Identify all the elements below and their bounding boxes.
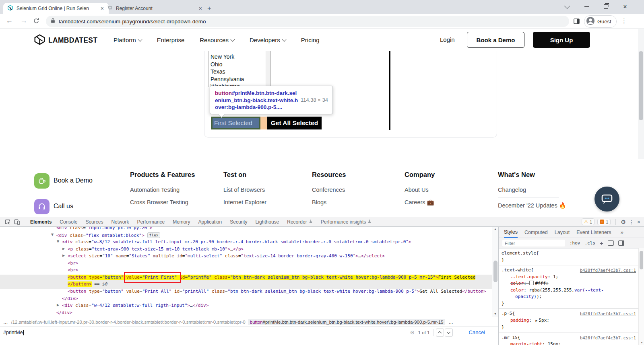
footer-link[interactable]: Blogs (312, 199, 405, 205)
stylesheet-link[interactable]: b420ffd7aef4c3b7.css:1 (580, 267, 636, 274)
dom-tree-row[interactable]: <br> (0, 261, 492, 268)
devtools-tab-performance-insights[interactable]: Performance insights (317, 217, 376, 226)
dom-tree-row[interactable]: ▼<div class="flex smtablet:block">flex (0, 232, 492, 240)
console-warnings-badge[interactable]: ⚠ 1 (582, 218, 594, 225)
browser-tab-active[interactable]: Selenium Grid Online | Run Selen × (3, 3, 109, 14)
dom-tree-row[interactable]: ▶<select size="10" name="States" multipl… (0, 253, 492, 261)
dom-tree-row[interactable]: <br> (0, 267, 492, 275)
devtools-tab-security[interactable]: Security (226, 217, 251, 226)
window-minimize-button[interactable] (578, 0, 595, 13)
style-rule[interactable]: .mr-15 {b420ffd7aef4c3b7.css:1margin-rig… (499, 333, 638, 345)
call-us-footer-icon[interactable] (34, 199, 50, 214)
style-rule[interactable]: element.style {} (499, 248, 638, 265)
book-demo-button[interactable]: Book a Demo (467, 32, 524, 48)
sidebar-tab-event-listeners[interactable]: Event Listeners (576, 227, 611, 238)
new-tab-button[interactable]: + (204, 4, 214, 13)
styles-filter-input[interactable]: Filter (502, 240, 565, 246)
signup-button[interactable]: Sign Up (533, 32, 590, 48)
toggle-hover-state[interactable]: :hov (570, 240, 580, 246)
devtools-settings-icon[interactable]: ⚙ (621, 219, 626, 225)
footer-link[interactable]: Changelog (498, 187, 603, 193)
footer-link[interactable]: Careers 💼 (405, 199, 498, 206)
computed-panel-icon[interactable] (608, 240, 614, 246)
sidebar-more-tabs-icon[interactable]: » (620, 229, 623, 235)
stylesheet-link[interactable]: b420ffd7aef4c3b7.css:1 (580, 310, 636, 317)
nav-item[interactable]: Enterprise (157, 37, 184, 43)
devtools-tab-application[interactable]: Application (194, 217, 226, 226)
nav-item[interactable]: Developers (250, 37, 286, 43)
forward-button[interactable]: → (20, 16, 27, 25)
layout-badge[interactable]: flex (147, 232, 161, 238)
get-all-selected-button[interactable]: Get All Selected (267, 117, 322, 129)
nav-item[interactable]: Pricing (301, 37, 320, 43)
state-multiselect[interactable]: New YorkOhioTexasPennsylvaniaWashington (208, 51, 271, 87)
footer-link[interactable]: List of Browsers (223, 187, 312, 193)
stylesheet-link[interactable]: b420ffd7aef4c3b7.css:1 (580, 335, 636, 341)
chat-widget-button[interactable] (594, 187, 619, 212)
inspect-element-icon[interactable] (2, 218, 12, 226)
elements-scrollbar[interactable]: ▲ ▼ (492, 227, 498, 317)
back-button[interactable]: ← (6, 16, 13, 25)
select-scrollbar[interactable] (266, 51, 270, 87)
side-panel-icon[interactable] (573, 18, 580, 26)
color-swatch[interactable] (529, 281, 534, 285)
devtools-tab-lighthouse[interactable]: Lighthouse (252, 217, 283, 226)
styles-scrollbar-thumb[interactable] (640, 251, 643, 269)
devtools-tab-memory[interactable]: Memory (169, 217, 194, 226)
devtools-tab-console[interactable]: Console (56, 217, 81, 226)
devtools-menu-icon[interactable]: ⋮ (629, 219, 634, 225)
search-cancel-button[interactable]: Cancel (469, 329, 485, 335)
dom-tree-row[interactable]: <button type="button" value="Print All" … (0, 289, 492, 296)
footer-link[interactable]: Automation Testing (130, 187, 223, 193)
dom-tree-row[interactable]: ▼<div class="w-8/12 smtablet:w-full left… (0, 239, 492, 246)
footer-link[interactable]: About Us (405, 187, 498, 193)
dom-tree-row[interactable]: </button> == $0 (0, 281, 492, 289)
nav-item[interactable]: Platform (114, 37, 142, 43)
select-option[interactable]: Texas (208, 68, 266, 76)
breadcrumb-overflow-end[interactable]: … (448, 320, 453, 324)
devtools-tab-elements[interactable]: Elements (26, 217, 56, 226)
breadcrumb-overflow[interactable]: … (3, 320, 8, 324)
window-restore-button[interactable] (597, 0, 614, 13)
select-option[interactable]: New York (208, 53, 266, 61)
devtools-tab-performance[interactable]: Performance (133, 217, 169, 226)
browser-tab-register[interactable]: Register Account × (103, 3, 207, 14)
devtools-close-icon[interactable]: × (637, 219, 640, 225)
tab-close-icon[interactable]: × (198, 6, 203, 11)
device-toolbar-icon[interactable] (12, 218, 22, 226)
breadcrumb-selected[interactable]: button#printMe.btn.btn-dark.selenium_btn… (248, 319, 446, 325)
dom-tree-row[interactable]: </div> (0, 296, 492, 303)
sidebar-tab-computed[interactable]: Computed (524, 227, 548, 238)
dom-tree-row[interactable]: <div class="input-body px-10 py-20"> (0, 227, 492, 232)
toggle-classes[interactable]: .cls (585, 240, 596, 246)
footer-link[interactable]: Internet Explorer (223, 199, 312, 205)
sidebar-tab-layout[interactable]: Layout (555, 227, 570, 238)
dom-tree-row[interactable]: </div> (0, 310, 492, 317)
footer-call-us-label[interactable]: Call us (54, 203, 73, 210)
refresh-button[interactable] (33, 18, 39, 26)
search-next-button[interactable] (445, 329, 453, 337)
nav-item[interactable]: Resources (200, 37, 234, 43)
browser-menu-icon[interactable]: ⋮ (621, 17, 627, 25)
issues-badge[interactable]: ! 1 (597, 219, 611, 225)
window-menu-chevron-icon[interactable] (559, 0, 576, 13)
devtools-tab-recorder[interactable]: Recorder (283, 217, 316, 226)
devtools-tab-network[interactable]: Network (107, 217, 133, 226)
first-selected-button[interactable]: First Selected (211, 117, 260, 129)
login-link[interactable]: Login (440, 36, 455, 43)
window-close-button[interactable]: × (617, 0, 634, 13)
dom-tree-row[interactable]: ▶<div class="w-4/12 smtablet:w-full rigt… (0, 303, 492, 310)
breadcrumb-parent[interactable]: /12.smtablet\:w-full.left-input.mr-20.pr… (11, 320, 246, 324)
devtools-tab-sources[interactable]: Sources (81, 217, 107, 226)
dom-search-bar[interactable]: #printMe ⊗ 1 of 1 Cancel (0, 327, 498, 338)
styles-scrollbar[interactable]: ▼ (638, 248, 644, 345)
footer-book-demo-label[interactable]: Book a Demo (54, 177, 93, 184)
book-demo-footer-icon[interactable] (34, 173, 50, 189)
dock-sidebar-icon[interactable] (618, 240, 624, 246)
select-option[interactable]: Ohio (208, 61, 266, 68)
dom-tree-row[interactable]: ▶<p class="text-gray-900 text-size-15 mt… (0, 246, 492, 254)
style-rule[interactable]: .text-white {b420ffd7aef4c3b7.css:1--tex… (499, 265, 638, 309)
style-rule[interactable]: .p-5 {b420ffd7aef4c3b7.css:1padding: ▶5p… (499, 309, 638, 333)
lambdatest-logo[interactable]: LAMBDATEST (34, 34, 97, 47)
search-prev-button[interactable] (436, 329, 444, 337)
